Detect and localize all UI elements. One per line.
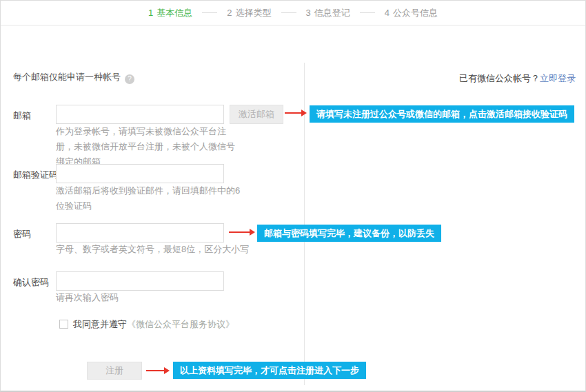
registration-page: 1基本信息 2选择类型 3信息登记 4公众号信息 每个邮箱仅能申请一种帐号? 已… <box>0 0 586 392</box>
step-account-info: 4公众号信息 <box>385 7 438 19</box>
step-label: 公众号信息 <box>393 8 438 18</box>
email-label: 邮箱 <box>13 110 31 122</box>
confirm-password-label: 确认密码 <box>13 276 49 289</box>
help-icon[interactable]: ? <box>125 74 134 84</box>
step-number: 3 <box>306 8 311 18</box>
confirm-password-input[interactable] <box>56 271 224 291</box>
password-callout: 邮箱与密码填写完毕，建议备份，以防丢失 <box>257 225 441 242</box>
email-input[interactable] <box>56 105 224 124</box>
activate-email-button[interactable]: 激活邮箱 <box>230 105 283 124</box>
password-hint: 字母、数字或者英文符号，最短8位，区分大小写 <box>56 242 283 257</box>
step-number: 2 <box>227 8 232 18</box>
email-limit-text: 每个邮箱仅能申请一种帐号 <box>13 72 121 82</box>
step-select-type: 2选择类型 <box>227 7 271 19</box>
step-number: 4 <box>385 8 390 18</box>
step-label: 信息登记 <box>314 8 350 18</box>
email-hint: 作为登录帐号，请填写未被微信公众平台注册，未被微信开放平台注册，未被个人微信号绑… <box>56 124 243 169</box>
step-number: 1 <box>148 8 153 18</box>
service-agreement-link[interactable]: 《微信公众平台服务协议》 <box>127 319 234 329</box>
email-limit-note: 每个邮箱仅能申请一种帐号? <box>13 71 134 84</box>
register-button[interactable]: 注册 <box>87 362 142 380</box>
login-now-link[interactable]: 立即登录 <box>540 73 576 83</box>
step-info-registration: 3信息登记 <box>306 7 350 19</box>
password-label: 密码 <box>13 228 31 240</box>
email-code-hint: 激活邮箱后将收到验证邮件，请回填邮件中的6位验证码 <box>56 183 243 214</box>
existing-account-text: 已有微信公众帐号？ <box>459 73 540 83</box>
confirm-password-hint: 请再次输入密码 <box>56 290 283 305</box>
step-basic-info: 1基本信息 <box>148 7 192 19</box>
agreement-checkbox[interactable] <box>59 320 68 329</box>
password-input[interactable] <box>56 223 224 243</box>
step-label: 选择类型 <box>236 8 272 18</box>
register-callout: 以上资料填写完毕，才可点击注册进入下一步 <box>173 362 366 379</box>
arrow-to-password-callout <box>229 229 255 236</box>
arrow-to-email-callout <box>285 110 307 116</box>
arrow-to-register-callout <box>146 367 170 374</box>
agreement-text: 我同意并遵守 <box>73 319 127 329</box>
step-separator <box>281 12 296 13</box>
stepper: 1基本信息 2选择类型 3信息登记 4公众号信息 <box>1 1 585 25</box>
step-separator <box>202 12 217 13</box>
existing-account-line: 已有微信公众帐号？立即登录 <box>459 72 576 85</box>
step-separator <box>360 12 375 13</box>
email-code-input[interactable] <box>56 164 224 183</box>
agreement-line: 我同意并遵守《微信公众平台服务协议》 <box>73 318 234 331</box>
step-label: 基本信息 <box>156 8 192 18</box>
email-code-label: 邮箱验证码 <box>13 169 58 181</box>
email-callout: 请填写未注册过公众号或微信的邮箱，点击激活邮箱接收验证码 <box>310 105 574 123</box>
